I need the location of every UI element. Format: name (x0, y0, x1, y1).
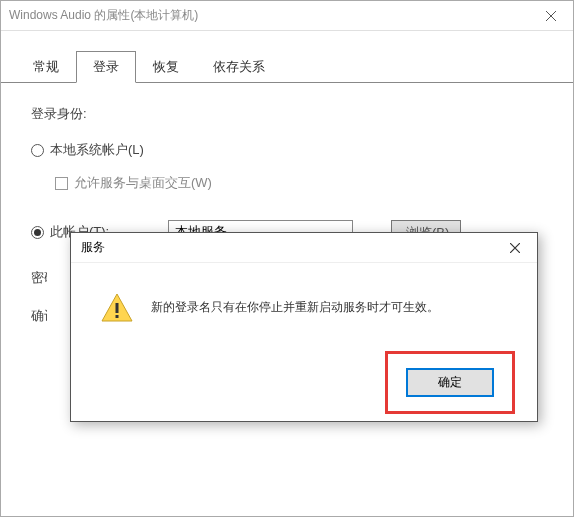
modal-close-button[interactable] (492, 233, 537, 263)
window-close-button[interactable] (528, 1, 573, 31)
tabs-bar: 常规 登录 恢复 依存关系 (1, 31, 573, 83)
close-icon (510, 243, 520, 253)
allow-interact-checkbox[interactable] (55, 177, 68, 190)
service-modal: 服务 新的登录名只有在你停止并重新启动服务时才可生效。 确定 (70, 232, 538, 422)
close-icon (546, 11, 556, 21)
allow-interact-row[interactable]: 允许服务与桌面交互(W) (55, 174, 543, 192)
main-titlebar: Windows Audio 的属性(本地计算机) (1, 1, 573, 31)
modal-title: 服务 (81, 239, 105, 256)
this-account-radio[interactable] (31, 226, 44, 239)
svg-rect-1 (116, 315, 119, 318)
tab-recovery[interactable]: 恢复 (136, 51, 196, 82)
login-as-label: 登录身份: (31, 105, 543, 123)
password-label: 密码(P): (31, 269, 47, 287)
local-system-radio-row[interactable]: 本地系统帐户(L) (31, 141, 543, 159)
local-system-radio-label: 本地系统帐户(L) (50, 141, 144, 159)
tab-depends[interactable]: 依存关系 (196, 51, 282, 82)
ok-highlight: 确定 (385, 351, 515, 414)
svg-rect-0 (116, 303, 119, 313)
window-title: Windows Audio 的属性(本地计算机) (9, 7, 198, 24)
local-system-radio[interactable] (31, 144, 44, 157)
allow-interact-label: 允许服务与桌面交互(W) (74, 174, 212, 192)
ok-button[interactable]: 确定 (406, 368, 494, 397)
confirm-password-label: 确认密码(C): (31, 307, 47, 325)
modal-titlebar: 服务 (71, 233, 537, 263)
warning-icon (101, 293, 133, 323)
modal-message: 新的登录名只有在你停止并重新启动服务时才可生效。 (151, 293, 439, 316)
tab-login[interactable]: 登录 (76, 51, 136, 83)
tab-general[interactable]: 常规 (16, 51, 76, 82)
